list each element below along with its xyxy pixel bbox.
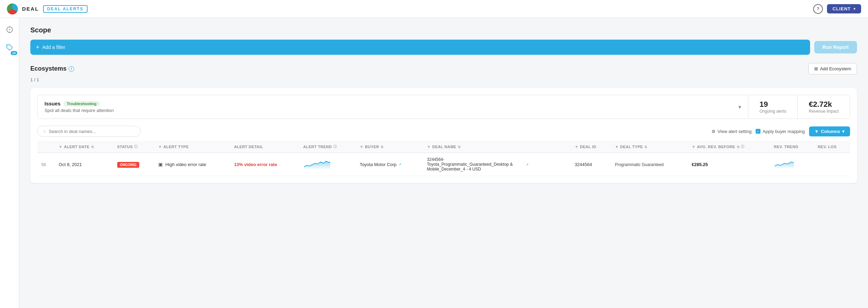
row-alert-detail: 13% video error rate bbox=[230, 153, 299, 176]
alert-trend-info-icon[interactable]: ⓘ bbox=[333, 144, 337, 149]
ecosystem-card: Issues Troubleshooting Spot all deals th… bbox=[30, 88, 857, 183]
th-deal-type[interactable]: ▼ DEAL TYPE ⇅ bbox=[611, 141, 688, 153]
ongoing-alerts-stat: 19 Ongoing alerts bbox=[748, 95, 797, 119]
sidebar-item-deals[interactable]: 19 bbox=[3, 41, 16, 54]
troubleshooting-badge: Troubleshooting bbox=[63, 101, 100, 106]
issues-label: Issues bbox=[44, 101, 61, 106]
issues-row: Issues Troubleshooting Spot all deals th… bbox=[37, 95, 850, 119]
gear-icon: ⚙ bbox=[711, 129, 716, 134]
th-status-label: STATUS bbox=[117, 145, 133, 149]
monitor-icon: ▣ bbox=[158, 162, 163, 167]
th-alert-date[interactable]: ▼ ALERT DATE ⇅ bbox=[54, 141, 113, 153]
row-alert-trend bbox=[299, 153, 356, 176]
help-button[interactable]: ? bbox=[813, 4, 823, 14]
deal-name-external-link-icon[interactable]: ↗ bbox=[526, 163, 528, 166]
row-rev-trend bbox=[770, 153, 814, 176]
chevron-down-icon: ▾ bbox=[854, 7, 856, 11]
add-ecosystem-label: Add Ecosystem bbox=[820, 66, 851, 71]
svg-point-1 bbox=[9, 29, 10, 30]
th-status[interactable]: STATUS ⓘ bbox=[113, 141, 154, 153]
apply-buyer-mapping-btn[interactable]: Apply buyer mapping bbox=[756, 129, 805, 134]
row-buyer: Toyota Motor Corp ↗ bbox=[355, 153, 423, 176]
ecosystems-header: Ecosystems i ⊞ Add Ecosystem bbox=[30, 63, 857, 74]
th-deal-name[interactable]: ▼ DEAL NAME ⇅ bbox=[423, 141, 571, 153]
deal-type-filter-icon[interactable]: ▼ bbox=[615, 145, 619, 149]
sidebar-item-compass[interactable] bbox=[3, 23, 16, 36]
top-navigation: DEAL DEAL ALERTS ? CLIENT ▾ bbox=[0, 0, 868, 18]
th-deal-id[interactable]: ▼ DEAL ID bbox=[571, 141, 611, 153]
ecosystems-title-text: Ecosystems bbox=[30, 65, 67, 72]
revenue-label: Revenue impact bbox=[809, 109, 839, 114]
row-avg-rev: €285.25 bbox=[687, 153, 770, 176]
rev-trend-sparkline bbox=[774, 159, 795, 169]
revenue-impact-stat: €2.72k Revenue impact bbox=[797, 95, 850, 119]
run-report-button[interactable]: Run Report bbox=[814, 41, 857, 53]
deal-id-filter-icon[interactable]: ▼ bbox=[575, 145, 578, 149]
buyer-mapping-checkbox[interactable] bbox=[756, 129, 760, 134]
page-count: 1 / 1 bbox=[30, 77, 857, 82]
deal-alerts-badge[interactable]: DEAL ALERTS bbox=[43, 5, 88, 13]
row-num: 56 bbox=[37, 153, 54, 176]
th-alert-type[interactable]: ▼ ALERT TYPE bbox=[154, 141, 230, 153]
th-avg-rev[interactable]: ▼ AVG. REV. BEFORE ⇅ ⓘ bbox=[687, 141, 770, 153]
deal-type-sort-icon[interactable]: ⇅ bbox=[644, 145, 647, 149]
th-buyer[interactable]: ▼ BUYER ⇅ bbox=[355, 141, 423, 153]
th-deal-name-label: DEAL NAME bbox=[432, 145, 456, 149]
filter-icon: ▼ bbox=[815, 129, 819, 134]
avg-rev-filter-icon[interactable]: ▼ bbox=[692, 145, 695, 149]
th-alert-trend[interactable]: ALERT TREND ⓘ bbox=[299, 141, 356, 153]
alert-date-sort-icon[interactable]: ⇅ bbox=[91, 145, 94, 149]
buyer-sort-icon[interactable]: ⇅ bbox=[381, 145, 384, 149]
th-alert-trend-label: ALERT TREND bbox=[303, 145, 332, 149]
alert-date-filter-icon[interactable]: ▼ bbox=[59, 145, 62, 149]
deals-table: ▼ ALERT DATE ⇅ STATUS ⓘ ▼ bbox=[37, 141, 850, 176]
columns-label: Columns bbox=[821, 129, 840, 134]
issues-info[interactable]: Issues Troubleshooting Spot all deals th… bbox=[38, 95, 748, 119]
th-num bbox=[37, 141, 54, 153]
row-deal-name: 3244564-Toyota_Programmatic_Guaranteed_D… bbox=[423, 153, 571, 176]
filter-placeholder-text: Add a filter bbox=[42, 44, 65, 50]
view-alert-setting-btn[interactable]: ⚙ View alert setting bbox=[711, 129, 752, 134]
avg-rev-sort-icon[interactable]: ⇅ bbox=[737, 145, 740, 149]
issues-text-block: Issues Troubleshooting Spot all deals th… bbox=[44, 101, 114, 113]
deal-wordmark: DEAL bbox=[22, 6, 39, 12]
status-info-icon[interactable]: ⓘ bbox=[134, 144, 138, 149]
th-alert-date-label: ALERT DATE bbox=[64, 145, 90, 149]
revenue-value: €2.72k bbox=[809, 100, 832, 109]
table-row: 56 Oct 8, 2021 ONGOING ▣ High video erro… bbox=[37, 153, 850, 176]
alert-detail-value: 13% video error rate bbox=[234, 162, 277, 167]
row-deal-id: 3244564 bbox=[571, 153, 611, 176]
th-deal-type-label: DEAL TYPE bbox=[620, 145, 643, 149]
view-alert-setting-label: View alert setting bbox=[718, 129, 752, 134]
th-alert-detail: ALERT DETAIL bbox=[230, 141, 299, 153]
th-rev-trend: REV. TREND bbox=[770, 141, 814, 153]
alert-type-filter-icon[interactable]: ▼ bbox=[158, 145, 162, 149]
main-content: Scope + Add a filter Run Report Ecosyste… bbox=[19, 18, 868, 308]
columns-chevron-icon: ▾ bbox=[842, 129, 845, 134]
issues-chevron-icon[interactable]: ▾ bbox=[738, 104, 741, 110]
th-rev-loss-label: REV. LOS bbox=[818, 145, 836, 149]
client-label: CLIENT bbox=[832, 6, 851, 11]
th-alert-type-label: ALERT TYPE bbox=[163, 145, 189, 149]
add-ecosystem-button[interactable]: ⊞ Add Ecosystem bbox=[808, 63, 857, 74]
logo-icon bbox=[7, 3, 18, 14]
buyer-external-link-icon[interactable]: ↗ bbox=[398, 163, 401, 166]
ecosystems-info-icon[interactable]: i bbox=[69, 66, 74, 72]
apply-buyer-label: Apply buyer mapping bbox=[763, 129, 805, 134]
left-sidebar: 19 bbox=[0, 18, 19, 308]
buyer-filter-icon[interactable]: ▼ bbox=[360, 145, 363, 149]
row-deal-type: Programmatic Guaranteed bbox=[611, 153, 688, 176]
search-input[interactable] bbox=[49, 129, 135, 134]
row-status: ONGOING bbox=[113, 153, 154, 176]
client-button[interactable]: CLIENT ▾ bbox=[827, 4, 861, 13]
th-buyer-label: BUYER bbox=[365, 145, 379, 149]
deal-name-sort-icon[interactable]: ⇅ bbox=[458, 145, 461, 149]
add-filter-bar[interactable]: + Add a filter bbox=[30, 40, 810, 55]
ecosystems-title-block: Ecosystems i bbox=[30, 65, 74, 72]
ongoing-count: 19 bbox=[759, 100, 768, 109]
alert-trend-sparkline bbox=[303, 158, 331, 170]
columns-button[interactable]: ▼ Columns ▾ bbox=[809, 126, 850, 136]
avg-rev-info-icon[interactable]: ⓘ bbox=[741, 144, 745, 149]
th-deal-id-label: DEAL ID bbox=[580, 145, 596, 149]
deal-name-filter-icon[interactable]: ▼ bbox=[427, 145, 431, 149]
